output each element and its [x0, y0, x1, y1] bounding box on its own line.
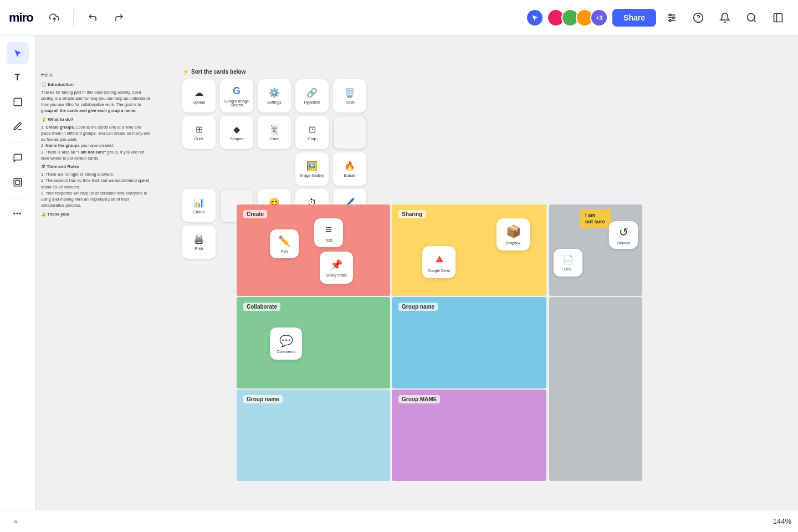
card-google-drive[interactable]: 🔺 Google Drive	[422, 246, 456, 278]
card-shapes[interactable]: ◆ Shapes	[220, 116, 253, 149]
comment-tool[interactable]	[7, 147, 29, 169]
canvas-inner: Hello, 📋 Introduction Thanks for taking …	[35, 35, 798, 510]
sort-title: ⚡ Sort the cards below	[182, 69, 367, 75]
collaborator-avatars: +3	[547, 9, 608, 27]
undo-button[interactable]	[83, 8, 103, 28]
board-info-button[interactable]	[767, 7, 789, 29]
notifications-button[interactable]	[714, 7, 736, 29]
card-text[interactable]: ≡ Text	[314, 218, 343, 247]
toolbar-separator-2	[9, 198, 27, 198]
header-right: +3 Share	[527, 7, 789, 29]
card-hyperlink[interactable]: 🔗 Hyperlink	[295, 79, 329, 112]
greeting: Hello,	[41, 71, 152, 79]
group-name-2-label: Group name	[398, 303, 438, 311]
text-tool[interactable]: T	[7, 66, 29, 89]
intro-section: 📋 Introduction Thanks for taking part in…	[41, 81, 152, 217]
card-url[interactable]: 📄 URL	[554, 249, 582, 277]
group-name-4[interactable]: Group MAME	[392, 390, 546, 481]
toolbar-separator	[9, 142, 27, 142]
card-print[interactable]: 🖨️ Print	[182, 226, 216, 259]
frame-tool[interactable]	[7, 171, 29, 193]
redo-button[interactable]	[109, 8, 129, 28]
card-eraser[interactable]: 🔥 Eraser	[333, 152, 366, 186]
toolbar-settings-button[interactable]	[661, 7, 683, 29]
avatar-more[interactable]: +3	[590, 9, 608, 27]
card-upload[interactable]: ☁ Upload	[182, 79, 216, 112]
bottom-bar: » 144%	[0, 510, 798, 532]
group-name-3[interactable]: Group name	[237, 390, 390, 481]
help-button[interactable]	[687, 7, 709, 29]
group-collaborate[interactable]: Collaborate 💬 Comments	[237, 297, 390, 388]
card-settings[interactable]: ⚙️ Settings	[258, 79, 291, 112]
group-sharing[interactable]: Sharing 📦 Dropbox 🔺 Google Drive	[392, 204, 546, 296]
card-crop[interactable]: ⊡ Crop	[295, 116, 329, 149]
not-sure-badge: I amnot sure	[580, 209, 611, 228]
card-comments[interactable]: 💬 Comments	[270, 328, 302, 360]
svg-point-5	[673, 17, 674, 18]
note-tool[interactable]	[7, 91, 29, 113]
group-not-sure[interactable]: I amnot sure ↺ Reload 📄 URL	[549, 204, 642, 296]
more-tools[interactable]: •••	[7, 203, 29, 225]
group-name-2[interactable]: Group name	[392, 297, 546, 388]
card-pen[interactable]: ✏️ Pen	[270, 229, 299, 258]
draw-tool[interactable]	[7, 115, 29, 137]
card-sticky-notes[interactable]: 📌 Sticky notes	[320, 252, 353, 284]
canvas-area[interactable]: Hello, 📋 Introduction Thanks for taking …	[35, 35, 798, 510]
group-sharing-label: Sharing	[398, 210, 426, 218]
card-trash[interactable]: 🗑️ Trash	[333, 79, 366, 112]
header: miro +3 Share	[0, 0, 798, 35]
card-charts[interactable]: 📊 Charts	[182, 189, 216, 222]
card-dropbox[interactable]: 📦 Dropbox	[497, 218, 530, 250]
left-toolbar: T •••	[0, 35, 35, 532]
share-button[interactable]: Share	[612, 9, 656, 27]
group-name-3-label: Group name	[243, 395, 283, 403]
instruction-panel: Hello, 📋 Introduction Thanks for taking …	[41, 71, 152, 217]
select-tool[interactable]	[7, 42, 29, 64]
search-button[interactable]	[740, 7, 763, 29]
svg-rect-14	[14, 178, 22, 186]
upload-button[interactable]	[44, 8, 64, 28]
svg-point-9	[748, 13, 755, 21]
svg-line-10	[754, 19, 756, 22]
svg-rect-15	[16, 180, 20, 185]
cursor-indicator	[527, 10, 543, 25]
svg-rect-11	[774, 13, 782, 22]
card-grids[interactable]: ⊞ Grids	[182, 116, 216, 149]
group-name-4-label: Group MAME	[398, 395, 440, 403]
expand-panel-button[interactable]: »	[7, 513, 24, 530]
group-gray-bottom[interactable]	[549, 297, 642, 481]
card-image-gallery[interactable]: 🖼️ Image Gallery	[295, 152, 329, 186]
divider	[73, 9, 74, 27]
svg-point-4	[669, 14, 671, 16]
card-google-image[interactable]: G Google Image Search	[220, 79, 253, 112]
group-create[interactable]: Create ✏️ Pen ≡ Text 📌 Sticky notes	[237, 204, 390, 296]
card-reload[interactable]: ↺ Reload	[609, 221, 638, 249]
svg-rect-13	[14, 98, 22, 106]
zoom-level: 144%	[773, 517, 791, 525]
svg-point-6	[669, 19, 671, 21]
group-collaborate-label: Collaborate	[243, 303, 280, 311]
app-logo: miro	[9, 11, 33, 25]
card-empty-1[interactable]	[333, 116, 366, 149]
group-create-label: Create	[243, 210, 267, 218]
card-card[interactable]: 🃏 Card	[258, 116, 291, 149]
